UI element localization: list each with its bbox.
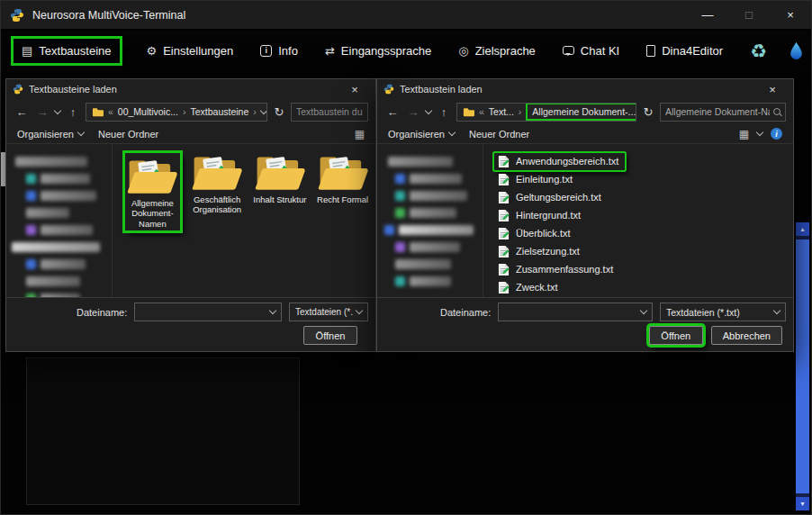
filename-input[interactable] [140,307,266,318]
maximize-button[interactable]: □ [728,1,770,29]
window-title: Neurosora MultiVoice-Terminal [32,9,185,22]
new-folder-button[interactable]: Neuer Ordner [469,129,529,140]
tree-item[interactable] [395,174,474,184]
tree-item[interactable] [26,294,103,297]
txt-file-icon [498,263,510,276]
open-button[interactable]: Öffnen [303,326,357,345]
breadcrumb-current[interactable]: Allgemeine Dokument-... [528,104,636,119]
tree-item[interactable] [395,191,474,201]
search-input[interactable] [296,106,363,117]
water-drop-icon[interactable] [789,41,804,60]
search-input[interactable] [665,106,770,117]
forward-button[interactable]: → [34,106,50,118]
textbausteine-icon: ▤ [22,45,32,57]
breadcrumb-current[interactable]: Textbausteine [190,106,248,117]
organize-menu[interactable]: Organisieren [388,129,455,140]
refresh-icon[interactable]: ↻ [641,105,655,119]
breadcrumb-chevron-icon[interactable] [260,106,267,113]
breadcrumb[interactable]: « 00_Multivoic... › Textbausteine › [86,103,267,122]
folder-tile-allgemeine[interactable]: Allgemeine Dokument-Namen [125,153,180,230]
file-row[interactable]: Zielsetzung.txt [489,242,788,260]
folder-tile-inhalt[interactable]: Inhalt Struktur [253,151,308,204]
filename-label: Dateiname: [77,307,127,318]
tree-item-selected[interactable] [12,242,103,252]
tree-item-selected[interactable] [384,225,474,235]
scroll-down-icon[interactable]: ▼ [796,497,809,510]
menu-item-dina4editor[interactable]: Dina4Editor [646,44,723,58]
back-button[interactable]: ← [14,106,30,118]
filetype-select[interactable]: Textdateien (*.txt) [289,303,368,321]
folder-documents-icon [255,151,305,193]
breadcrumb-root[interactable]: Text... [489,106,514,117]
view-chevron-icon[interactable] [756,129,763,136]
view-toggle-icon[interactable]: ▦ [739,129,749,140]
file-row[interactable]: Einleitung.txt [489,170,788,188]
view-toggle-icon[interactable]: ▦ [355,129,365,140]
menu-item-info[interactable]: i Info [260,44,298,58]
tree-item[interactable] [26,276,103,286]
up-button[interactable]: ↑ [65,106,81,118]
dialog-textbaustein-laden: Textbaustein laden × ← → ↑ « Text... › [376,78,794,352]
tree-item[interactable] [395,208,474,218]
tree-item[interactable] [395,259,474,269]
folder-tile-geschaeftlich[interactable]: Geschäftlich Organisation [190,151,245,215]
tree-item[interactable] [26,225,103,235]
file-row[interactable]: Zweck.txt [489,278,788,296]
file-row[interactable]: Anwendungsbereich.txt [489,152,788,170]
file-row[interactable]: Zusammenfassung.txt [489,260,788,278]
scrollbar-track[interactable] [796,236,809,497]
tree-item[interactable] [26,174,103,184]
breadcrumb[interactable]: « Text... › Allgemeine Dokument-... [456,103,636,122]
breadcrumb-root[interactable]: 00_Multivoic... [118,106,178,117]
dialog-icon [13,84,23,95]
folder-label: Allgemeine Dokument-Namen [125,198,180,229]
filename-input[interactable] [504,307,637,318]
folder-documents-icon [127,155,177,196]
close-button[interactable]: × [770,1,811,29]
cancel-button[interactable]: Abbrechen [711,326,782,345]
target-language-icon: ◎ [458,45,468,57]
menu-item-einstellungen[interactable]: ⚙ Einstellungen [147,44,234,58]
dialog-close-button[interactable]: × [758,79,787,99]
forward-button[interactable]: → [405,106,421,118]
recycle-icon[interactable]: ♻ [750,41,767,60]
file-row[interactable]: Überblick.txt [489,224,788,242]
filetype-select[interactable]: Textdateien (*.txt) [660,303,786,321]
new-folder-button[interactable]: Neuer Ordner [98,129,158,140]
file-name: Anwendungsbereich.txt [516,156,618,167]
tree-item[interactable] [388,157,474,167]
scroll-up-icon[interactable]: ▲ [796,222,809,236]
open-button[interactable]: Öffnen [649,326,703,345]
tree-item[interactable] [26,259,103,269]
title-bar: Neurosora MultiVoice-Terminal — □ × [1,1,811,30]
file-row[interactable]: Hintergrund.txt [489,206,788,224]
menu-item-zielsprache[interactable]: ◎ Zielsprache [458,44,536,58]
search-icon [773,108,780,115]
combo-chevron-icon[interactable] [269,307,276,314]
tree-item[interactable] [15,157,103,167]
dialog-close-button[interactable]: × [340,79,369,99]
folder-tile-recht[interactable]: Recht Formal [315,151,370,204]
tree-item[interactable] [395,276,474,286]
scrollbar-thumb[interactable] [796,239,809,493]
up-button[interactable]: ↑ [436,106,452,118]
folder-label: Recht Formal [317,194,368,204]
minimize-button[interactable]: — [687,1,728,29]
history-chevron-icon[interactable] [54,106,61,113]
help-icon[interactable]: i [771,128,782,140]
file-row[interactable]: Geltungsbereich.txt [489,188,788,206]
menu-item-eingangssprache[interactable]: ⇄ Eingangssprache [325,44,431,58]
vertical-scrollbar[interactable]: ▲ ▼ [796,222,809,510]
tree-item[interactable] [26,208,103,218]
folder-grid: Allgemeine Dokument-Namen [113,144,375,297]
filename-combo [134,303,282,321]
menu-item-chat-ki[interactable]: Chat KI [563,44,619,58]
organize-menu[interactable]: Organisieren [17,129,84,140]
refresh-icon[interactable]: ↻ [272,105,286,119]
tree-item[interactable] [26,191,103,201]
menu-item-textbausteine[interactable]: ▤ Textbausteine [14,39,120,63]
history-chevron-icon[interactable] [425,106,432,113]
tree-item[interactable] [395,242,474,252]
back-button[interactable]: ← [384,106,401,118]
combo-chevron-icon[interactable] [640,307,647,314]
